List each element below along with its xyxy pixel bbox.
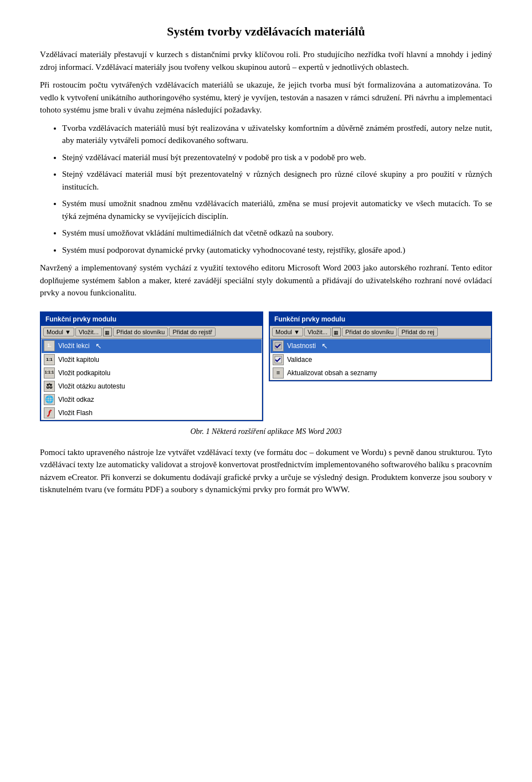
menu-item-kapitolu[interactable]: 1:1 Vložit kapitolu (42, 353, 262, 366)
list-item-3: Stejný vzdělávací materiál musí být prez… (62, 168, 492, 193)
menu-label-validace: Validace (287, 355, 312, 365)
window2-toolbar: Modul ▼ Vložit... ▦ Přidat do slovníku P… (270, 326, 491, 339)
list-item-2: Stejný vzdělávací materiál musí být prez… (62, 151, 492, 164)
pridat-rejstrik-2[interactable]: Přidat do rej (398, 328, 437, 336)
list-item-1: Tvorba vzdělávacích materiálů musí být r… (62, 122, 492, 147)
list-item-4: Systém musí umožnit snadnou změnu vzdělá… (62, 197, 492, 222)
menu-label-flash: Vložit Flash (58, 408, 93, 418)
list-item-6: Systém musí podporovat dynamické prvky (… (62, 244, 492, 257)
toolbar-icon-1a: ▦ (103, 328, 112, 336)
menu-icon-odkaz: 🌐 (44, 394, 55, 405)
window1-toolbar: Modul ▼ Vložit... ▦ Přidat do slovníku P… (41, 326, 262, 339)
check-icon-vlastnosti (273, 340, 284, 351)
pridat-slovnik-1[interactable]: Přidat do slovníku (113, 328, 168, 336)
cursor-icon-lekci: ↖ (95, 340, 102, 352)
toolbar-icon-2a: ▦ (332, 328, 341, 336)
menu-item-otazku[interactable]: ⚖ Vložit otázku autotestu (42, 380, 262, 393)
module-window-1: Funkční prvky modulu Modul ▼ Vložit... ▦… (40, 311, 263, 421)
menu-icon-lekci: 1. (44, 340, 55, 351)
menu-item-vlastnosti[interactable]: Vlastnosti ↖ (270, 339, 490, 353)
icon-aktualizovat: ≡ (273, 367, 284, 379)
window2-titlebar: Funkční prvky modulu (270, 313, 491, 326)
menu-label-odkaz: Vložit odkaz (58, 395, 94, 405)
menu-item-lekci[interactable]: 1. Vložit lekci ↖ (42, 339, 262, 353)
window1-menu: 1. Vložit lekci ↖ 1:1 Vložit kapitolu 1:… (41, 339, 262, 420)
menu-icon-podkapitolu: 1:1:1 (44, 367, 55, 379)
menu-icon-flash: 𝒇 (44, 407, 55, 418)
menu-label-otazku: Vložit otázku autotestu (58, 381, 125, 391)
menu-item-validace[interactable]: Validace (270, 353, 490, 366)
pridat-slovnik-2[interactable]: Přidat do slovníku (342, 328, 397, 336)
vlozit-button-1[interactable]: Vložit... (75, 328, 102, 336)
vlozit-button-2[interactable]: Vložit... (304, 328, 331, 336)
pridat-rejstrik-1[interactable]: Přidat do rejstř (169, 328, 216, 336)
paragraph-2: Při rostoucím počtu vytvářených vzděláva… (40, 79, 492, 116)
cursor-icon-vlastnosti: ↖ (321, 340, 328, 352)
menu-label-podkapitolu: Vložit podkapitolu (58, 368, 110, 378)
list-item-5: Systém musí umožňovat vkládání multimedi… (62, 227, 492, 239)
check-icon-validace (273, 354, 284, 365)
menu-label-kapitolu: Vložit kapitolu (58, 355, 99, 365)
menu-item-podkapitolu[interactable]: 1:1:1 Vložit podkapitolu (42, 366, 262, 380)
menu-label-aktualizovat: Aktualizovat obsah a seznamy (287, 368, 377, 378)
figure-caption: Obr. 1 Některá rozšíření aplikace MS Wor… (40, 426, 492, 437)
paragraph-4: Pomocí takto upraveného nástroje lze vyt… (40, 446, 492, 496)
modul-button-1[interactable]: Modul ▼ (43, 328, 74, 336)
paragraph-3: Navržený a implementovaný systém vychází… (40, 262, 492, 299)
menu-label-lekci: Vložit lekci (58, 341, 90, 351)
page-title: Systém tvorby vzdělávacích materiálů (40, 22, 492, 40)
menu-item-aktualizovat[interactable]: ≡ Aktualizovat obsah a seznamy (270, 366, 490, 380)
menu-item-flash[interactable]: 𝒇 Vložit Flash (42, 406, 262, 420)
window2-menu: Vlastnosti ↖ Validace ≡ Aktualizovat obs… (270, 339, 491, 380)
window1-titlebar: Funkční prvky modulu (41, 313, 262, 326)
module-window-2: Funkční prvky modulu Modul ▼ Vložit... ▦… (269, 311, 492, 381)
modul-button-2[interactable]: Modul ▼ (272, 328, 303, 336)
menu-label-vlastnosti: Vlastnosti (287, 341, 316, 351)
requirements-list: Tvorba vzdělávacích materiálů musí být r… (62, 122, 492, 257)
paragraph-1: Vzdělávací materiály přestavují v kurzec… (40, 48, 492, 73)
menu-item-odkaz[interactable]: 🌐 Vložit odkaz (42, 393, 262, 406)
menu-icon-otazku: ⚖ (44, 381, 55, 392)
figure-container: Funkční prvky modulu Modul ▼ Vložit... ▦… (40, 311, 492, 421)
menu-icon-kapitolu: 1:1 (44, 354, 55, 365)
